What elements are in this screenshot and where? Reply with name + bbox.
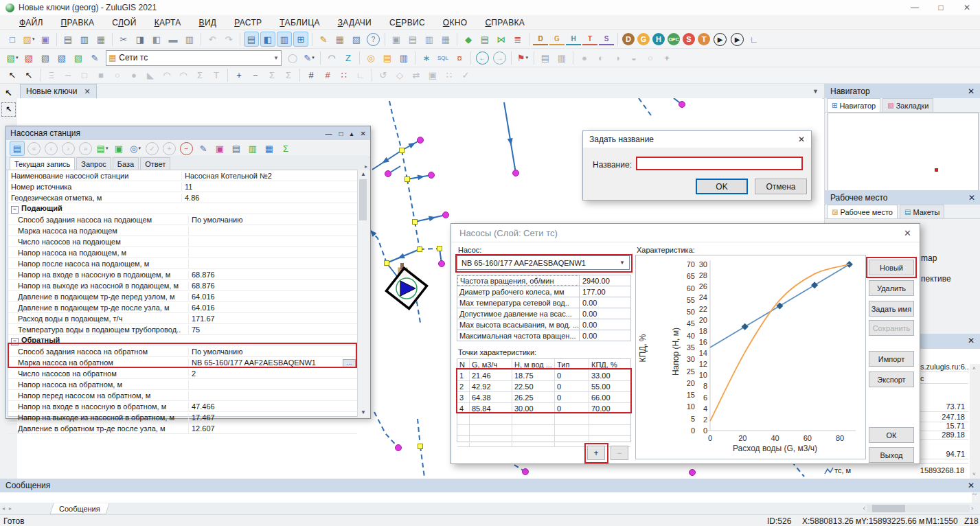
property-value[interactable]: 4.86 [182,194,357,202]
remove-point-button[interactable]: − [611,446,628,460]
tab-next-icon[interactable]: ▸ [9,505,12,512]
points-table[interactable]: NG, м3/чH, м вод ...ТипКПД, %121.4618.75… [457,358,631,442]
geo-search-icon[interactable]: ¤ [452,50,467,65]
property-row[interactable]: Давление в подающем тр-де перед узлом, м… [8,291,357,302]
cursor-area-select-icon[interactable]: ↖ [1,102,16,117]
save-icon[interactable]: ▣ [38,32,53,47]
property-row[interactable]: Геодезическая отметка, м4.86 [8,192,357,203]
new-document-icon[interactable]: □ [5,32,20,47]
form-view-icon[interactable]: ▤ [10,141,25,156]
tab-Навигатор[interactable]: ⊞Навигатор [827,98,880,112]
new-table-icon[interactable]: ▦ [332,32,347,47]
map-tab-close-icon[interactable]: ✕ [84,87,90,96]
help-icon[interactable]: ? [367,33,380,46]
collapse-icon[interactable]: − [11,338,19,345]
property-value[interactable]: 12.607 [189,424,357,433]
close-button[interactable]: ✕ [954,0,980,15]
badge-s-icon[interactable]: S [683,33,695,45]
pump-select-combo[interactable]: NB 65-160/177 AAF2AESBAQENW1 ▼ [457,255,630,270]
tab-prev-icon[interactable]: ◂ [2,505,5,512]
remove-node-icon[interactable]: − [248,68,263,83]
property-row[interactable]: Напор после насоса на подающем, м [8,258,357,269]
property-row[interactable]: Давление в подающем тр-де после узла, м6… [8,302,357,313]
ok-button[interactable]: ОК [869,427,914,443]
dialog-close-icon[interactable]: ✕ [361,130,366,137]
export-raster-icon[interactable]: ▦ [93,32,109,47]
layer-copy-icon[interactable]: ▧ [71,50,86,65]
save-record-icon[interactable]: ▣ [389,32,404,47]
pumps-dialog-close-icon[interactable]: ✕ [904,228,911,238]
layers-panel-icon[interactable]: ▤ [244,32,259,47]
delete-icon[interactable]: ▥ [182,32,197,47]
tree-item-fragment[interactable]: пективе [921,274,951,284]
messages-vscroll[interactable]: ˄˅ [970,492,979,503]
chart-s-icon[interactable]: S [599,33,614,45]
property-value[interactable]: 2 [189,369,357,378]
messages-panel-icon[interactable]: ▥ [277,32,292,47]
pump-params-table[interactable]: Частота вращения, об/мин2940.00Диаметр р… [457,275,631,341]
delete-pump-button[interactable]: Удалить [869,280,914,296]
property-row[interactable]: Число насосов на подающем [8,236,357,247]
menu-item-7[interactable]: ТАБЛИЦА [280,18,319,27]
layer-combo[interactable]: ▦Сети тс▼ [106,50,282,66]
property-row[interactable]: Напор на выходе из насосной в подающем, … [8,280,357,291]
property-row[interactable]: Способ задания насоса на обратномПо умол… [8,346,357,357]
db-connect-icon[interactable]: ▤ [538,50,553,65]
db-search-icon[interactable]: ▤ [380,50,395,65]
exit-button[interactable]: Выход [869,447,914,463]
navigator-close-icon[interactable]: ✕ [968,87,975,96]
export-button[interactable]: Экспорт [869,371,914,387]
property-row[interactable]: Число насосов на обратном2 [8,368,357,379]
db-connect2-icon[interactable]: ▥ [554,50,569,65]
grid-icon[interactable]: # [304,68,319,83]
param-value[interactable]: 0.00 [580,299,630,307]
forward-icon[interactable]: → [493,52,506,65]
curve-icon[interactable]: ◠ [324,50,339,65]
pump-station-dialog-titlebar[interactable]: Насосная станция — □ ▴ ✕ [6,126,370,140]
import-button[interactable]: Импорт [869,351,914,367]
badge-t-icon[interactable]: T [698,33,710,45]
step-icon[interactable]: ▶ [731,33,744,46]
layer-remove-icon[interactable]: ▧ [21,50,36,65]
param-row[interactable]: Допустимое давление на всас...0.00 [457,308,630,319]
messages-hscrollbar[interactable]: ‹ › [863,504,973,513]
menu-item-4[interactable]: КАРТА [155,18,181,27]
pumps-dialog-titlebar[interactable]: Насосы (Слой: Сети тс) ✕ [451,224,920,242]
menu-item-5[interactable]: ВИД [199,18,217,27]
scroll-down-icon[interactable]: ˅ [972,471,976,477]
column-header[interactable]: H, м вод ... [512,359,555,369]
dialog-minimize-icon[interactable]: — [326,130,332,137]
tab-Текущая запись[interactable]: Текущая запись [10,157,75,170]
param-value[interactable]: 177.00 [580,288,630,296]
cut-icon[interactable]: ✂ [116,32,131,47]
property-row[interactable]: Номер источника11 [8,181,357,192]
set-name-close-icon[interactable]: ✕ [798,135,805,144]
tab-list-dropdown-icon[interactable]: ▼ [812,88,819,95]
badge-g-icon[interactable]: G [637,33,650,45]
tab-Закладки[interactable]: ▧Закладки [882,98,933,112]
tab-Рабочее место[interactable]: ▨Рабочее место [827,205,898,218]
property-value[interactable]: 75 [189,325,357,334]
back-icon[interactable]: ← [476,52,489,65]
menu-item-3[interactable]: СЛОЙ [112,18,136,27]
select-arrow-icon[interactable]: ↖ [5,68,20,83]
chart-h-icon[interactable]: H [566,33,581,45]
play-icon[interactable]: ▶ [714,33,727,46]
bookmark-icon[interactable]: ⚑▾ [515,50,530,65]
tab-scroll-icon[interactable]: ▸ [365,163,367,170]
badge-h-icon[interactable]: H [652,33,665,45]
paste-icon[interactable]: ▬ [166,32,181,47]
browse-ellipsis-button[interactable]: ... [343,359,356,367]
badge-d-icon[interactable]: D [622,33,635,45]
copy-icon[interactable]: ◨ [133,32,148,47]
param-row[interactable]: Диаметр рабочего колеса, мм177.00 [457,286,630,297]
property-row[interactable]: Наименование насосной станцииНасосная Ко… [8,170,357,181]
layer-settings-icon[interactable]: ▧ [38,50,53,65]
layer-draw-icon[interactable]: ✎ [87,50,102,65]
background-panel-scrollbar[interactable]: ˄ ˅ [970,364,980,479]
scroll-down-icon[interactable]: ▼ [361,409,366,415]
tab-Запрос[interactable]: Запрос [76,157,111,170]
dots-grid-icon[interactable]: ∷ [337,68,352,83]
navigator-panel-icon[interactable]: ⊞ [293,32,308,47]
column-header[interactable]: G, м3/ч [470,359,512,369]
